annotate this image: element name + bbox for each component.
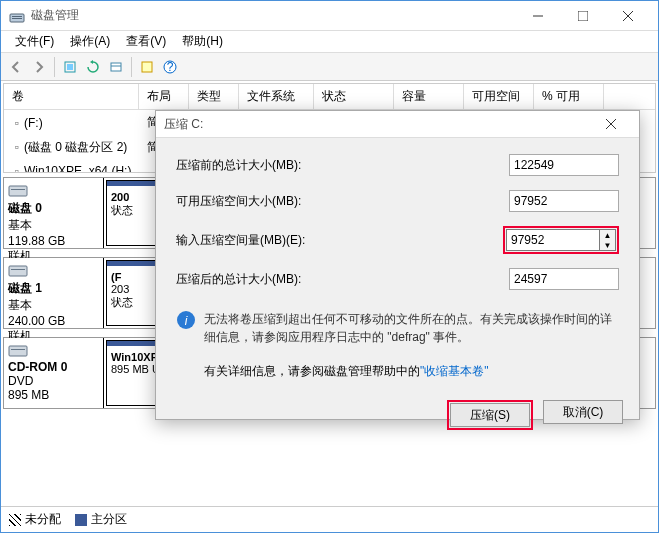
value-size-before: 122549 [509,154,619,176]
svg-rect-8 [67,64,73,70]
col-volume[interactable]: 卷 [4,84,139,109]
svg-rect-15 [11,189,25,190]
legend-unallocated: 未分配 [25,512,61,526]
svg-rect-11 [142,62,152,72]
col-capacity[interactable]: 容量 [394,84,464,109]
help-button[interactable]: ? [159,56,181,78]
menubar: 文件(F) 操作(A) 查看(V) 帮助(H) [1,31,658,53]
svg-text:?: ? [167,60,174,74]
svg-rect-19 [11,349,25,350]
help-link[interactable]: "收缩基本卷" [420,364,489,378]
cell-name: ▫(磁盘 0 磁盘分区 2) [4,137,139,158]
legend: 未分配 主分区 [1,506,658,532]
back-button[interactable] [5,56,27,78]
titlebar[interactable]: 磁盘管理 [1,1,658,31]
label-size-before: 压缩前的总计大小(MB): [176,157,509,174]
label-available: 可用压缩空间大小(MB): [176,193,509,210]
svg-rect-16 [9,266,27,276]
disk-info[interactable]: CD-ROM 0DVD895 MB [4,338,104,408]
svg-rect-14 [9,186,27,196]
menu-action[interactable]: 操作(A) [62,31,118,52]
volume-list-header: 卷 布局 类型 文件系统 状态 容量 可用空间 % 可用 [4,84,655,110]
spin-down-button[interactable]: ▼ [600,240,615,250]
svg-rect-18 [9,346,27,356]
highlight-shrink-button: 压缩(S) [447,400,533,430]
toolbar-button-1[interactable] [59,56,81,78]
menu-file[interactable]: 文件(F) [7,31,62,52]
toolbar-button-4[interactable] [136,56,158,78]
disk-info[interactable]: 磁盘 0基本119.88 GB联机 [4,178,104,248]
label-size-after: 压缩后的总计大小(MB): [176,271,509,288]
info-icon: i [176,310,196,330]
app-icon [9,8,25,24]
svg-rect-2 [12,18,22,19]
info-text-1: 无法将卷压缩到超出任何不可移动的文件所在的点。有关完成该操作时间的详细信息，请参… [204,310,619,346]
col-free[interactable]: 可用空间 [464,84,534,109]
highlight-shrink-input: ▲ ▼ [503,226,619,254]
value-size-after: 24597 [509,268,619,290]
cancel-button[interactable]: 取消(C) [543,400,623,424]
dialog-title: 压缩 C: [164,116,591,133]
dialog-titlebar[interactable]: 压缩 C: [156,111,639,138]
svg-rect-1 [12,16,22,17]
cell-name: ▫Win10XPE_x64 (H:) [4,162,139,173]
disk-info[interactable]: 磁盘 1基本240.00 GB联机 [4,258,104,328]
minimize-button[interactable] [515,1,560,30]
col-type[interactable]: 类型 [189,84,239,109]
toolbar-button-3[interactable] [105,56,127,78]
dialog-close-button[interactable] [591,111,631,137]
col-layout[interactable]: 布局 [139,84,189,109]
col-status[interactable]: 状态 [314,84,394,109]
legend-swatch-primary [75,514,87,526]
svg-rect-4 [578,11,588,21]
spin-up-button[interactable]: ▲ [600,230,615,240]
shrink-button[interactable]: 压缩(S) [450,403,530,427]
cell-name: ▫(F:) [4,114,139,132]
window-title: 磁盘管理 [31,7,515,24]
menu-view[interactable]: 查看(V) [118,31,174,52]
legend-primary: 主分区 [91,512,127,526]
legend-swatch-unallocated [9,514,21,526]
svg-rect-9 [111,63,121,71]
partition-box[interactable]: (F203状态 [106,260,160,326]
svg-rect-17 [11,269,25,270]
toolbar: ? [1,53,658,81]
col-fs[interactable]: 文件系统 [239,84,314,109]
col-pct[interactable]: % 可用 [534,84,604,109]
maximize-button[interactable] [560,1,605,30]
svg-text:i: i [185,314,188,328]
shrink-dialog: 压缩 C: 压缩前的总计大小(MB): 122549 可用压缩空间大小(MB):… [155,110,640,420]
close-button[interactable] [605,1,650,30]
forward-button[interactable] [28,56,50,78]
label-shrink-amount: 输入压缩空间量(MB)(E): [176,232,503,249]
partition-box[interactable]: 200状态 [106,180,160,246]
info-text-2: 有关详细信息，请参阅磁盘管理帮助中的"收缩基本卷" [204,362,619,380]
menu-help[interactable]: 帮助(H) [174,31,231,52]
shrink-amount-input[interactable] [506,229,600,251]
refresh-button[interactable] [82,56,104,78]
value-available: 97952 [509,190,619,212]
